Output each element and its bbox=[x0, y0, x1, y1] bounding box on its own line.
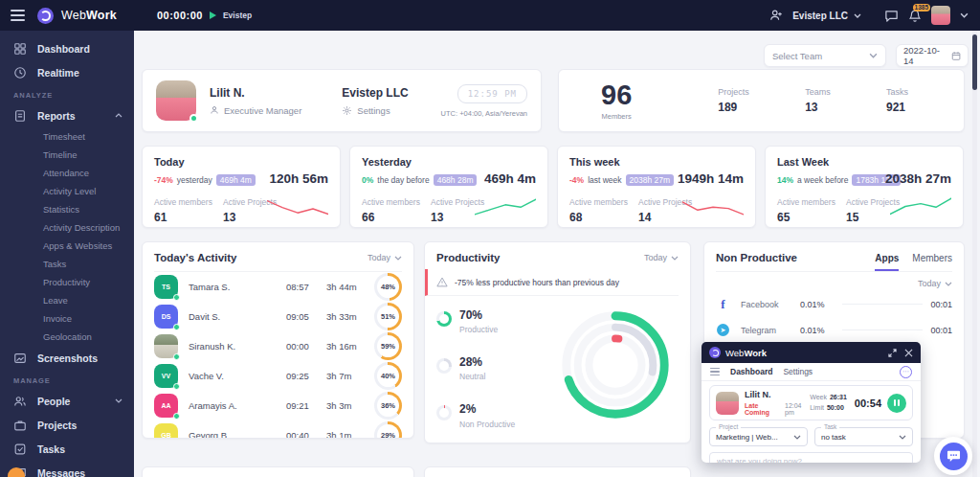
user-avatar[interactable] bbox=[931, 6, 950, 25]
card-title: Productivity bbox=[436, 252, 500, 263]
summary-card: 96 Members Projects 189 Teams 13 Tasks 9… bbox=[558, 69, 965, 132]
sidebar-item-tasks-report[interactable]: Tasks bbox=[0, 255, 134, 273]
pause-button[interactable] bbox=[887, 394, 906, 413]
sidebar-item-timesheet[interactable]: Timesheet bbox=[0, 127, 134, 146]
dashboard-icon bbox=[13, 42, 27, 56]
productive-ring-icon bbox=[436, 311, 452, 327]
sidebar-item-realtime[interactable]: Realtime bbox=[0, 60, 134, 84]
productivity-stat-productive: 70%Productive bbox=[436, 309, 551, 334]
sidebar-item-projects[interactable]: Projects bbox=[0, 413, 134, 437]
member-avatar bbox=[154, 334, 178, 358]
timezone-label: UTC: +04:00, Asia/Yerevan bbox=[441, 109, 527, 118]
sidebar-item-leave[interactable]: Leave bbox=[0, 291, 134, 309]
chevron-down-icon bbox=[869, 53, 878, 58]
sidebar-item-activity-level[interactable]: Activity Level bbox=[0, 182, 134, 200]
summary-projects: Projects 189 bbox=[718, 87, 749, 114]
productivity-donut-chart bbox=[554, 304, 677, 426]
activity-period-filter[interactable]: Today bbox=[368, 253, 402, 262]
member-avatar: GB bbox=[154, 423, 178, 439]
brand-name: WebWork bbox=[61, 9, 117, 22]
person-icon bbox=[210, 105, 219, 115]
nonproductive-period-filter[interactable]: Today bbox=[918, 279, 952, 288]
partial-card bbox=[424, 466, 691, 477]
activity-row[interactable]: DS Davit S. 09:05 3h 33m 51% bbox=[154, 302, 402, 331]
sidebar-item-screenshots[interactable]: Screenshots bbox=[0, 346, 134, 370]
tab-apps[interactable]: Apps bbox=[875, 253, 899, 271]
close-icon[interactable] bbox=[904, 349, 913, 357]
expand-icon[interactable] bbox=[888, 349, 897, 357]
company-selector[interactable]: Evistep LLC bbox=[792, 11, 861, 21]
summary-tasks: Tasks 921 bbox=[886, 87, 908, 114]
sidebar-item-apps-websites[interactable]: Apps & Websites bbox=[0, 237, 134, 255]
menu-icon[interactable] bbox=[11, 7, 25, 24]
support-chat-launcher[interactable] bbox=[934, 437, 972, 475]
facebook-icon: f bbox=[721, 297, 724, 312]
stat-card-today: Today -74% yesterday 469h 4m 120h 56m Ac… bbox=[142, 146, 341, 228]
activity-percent-ring: 51% bbox=[374, 303, 402, 330]
clock-display: 12:59 PM bbox=[457, 84, 527, 103]
date-picker[interactable]: 2022-10-14 bbox=[896, 44, 969, 67]
scrollbar-thumb[interactable] bbox=[972, 34, 977, 90]
sidebar-item-reports[interactable]: Reports bbox=[0, 103, 134, 127]
sidebar-item-tasks[interactable]: Tasks bbox=[0, 437, 134, 461]
tab-members[interactable]: Members bbox=[912, 253, 952, 271]
widget-user-name: Lilit N. bbox=[745, 390, 810, 399]
project-select[interactable]: Project Marketing | Web... bbox=[709, 427, 808, 446]
sidebar-item-activity-description[interactable]: Activity Description bbox=[0, 218, 134, 237]
tracked-time-value: 1949h 14m bbox=[678, 171, 744, 186]
widget-tab-settings[interactable]: Settings bbox=[783, 367, 813, 376]
productivity-stat-neutral: 28%Neutral bbox=[436, 356, 551, 381]
stat-card-last-week: Last Week 14% a week before 1783h 13m 20… bbox=[765, 146, 964, 228]
members-count: 96 bbox=[601, 81, 632, 109]
task-select[interactable]: Task no task bbox=[814, 427, 913, 446]
activity-row[interactable]: TS Tamara S. 08:57 3h 44m 48% bbox=[154, 272, 402, 302]
activity-row[interactable]: AA Aramayis A. 09:21 3h 3m 36% bbox=[154, 391, 402, 420]
widget-tab-dashboard[interactable]: Dashboard bbox=[730, 367, 772, 376]
nonproductive-row[interactable]: f Facebook 0.01% 00:01 bbox=[716, 292, 952, 316]
gear-icon bbox=[342, 105, 352, 116]
topbar: WebWork 00:00:00 Evistep Evistep LLC 138… bbox=[0, 0, 980, 31]
notifications-bell-icon[interactable]: 1385 bbox=[908, 9, 922, 23]
productivity-alert: -75% less productive hours than previous… bbox=[425, 269, 679, 296]
card-title: Today's Activity bbox=[154, 252, 236, 263]
activity-percent-ring: 29% bbox=[374, 421, 402, 439]
sidebar-item-geolocation[interactable]: Geolocation bbox=[0, 328, 134, 346]
task-check-icon bbox=[13, 443, 27, 456]
productivity-period-filter[interactable]: Today bbox=[644, 253, 679, 262]
sidebar-item-attendance[interactable]: Attendance bbox=[0, 164, 134, 182]
stat-card-yesterday: Yesterday 0% the day before 468h 28m 469… bbox=[349, 146, 548, 228]
chevron-down-icon bbox=[394, 256, 402, 261]
activity-row[interactable]: GB Gevorg B. 00:40 3h 1m 29% bbox=[154, 420, 402, 439]
image-icon bbox=[13, 352, 27, 365]
sidebar-item-productivity[interactable]: Productivity bbox=[0, 273, 134, 291]
sparkline-chart bbox=[890, 194, 951, 217]
nonproductive-row[interactable]: ➤ Telegram 0.01% 00:01 bbox=[716, 318, 952, 342]
sidebar-item-invoice[interactable]: Invoice bbox=[0, 309, 134, 328]
sidebar-item-timeline[interactable]: Timeline bbox=[0, 146, 134, 164]
activity-row[interactable]: VV Vache V. 09:25 3h 7m 40% bbox=[154, 361, 402, 391]
productivity-card: Productivity Today -75% less productive … bbox=[424, 241, 691, 443]
widget-chat-icon[interactable]: ⋯ bbox=[900, 366, 912, 378]
settings-link[interactable]: Settings bbox=[357, 105, 390, 116]
widget-menu-icon[interactable] bbox=[710, 366, 720, 378]
change-percent: 0% bbox=[362, 175, 373, 185]
profile-chevron-down-icon[interactable] bbox=[960, 12, 969, 18]
team-select[interactable]: Select Team bbox=[764, 44, 886, 67]
change-percent: -4% bbox=[569, 175, 584, 185]
sidebar-item-statistics[interactable]: Statistics bbox=[0, 200, 134, 218]
member-avatar: AA bbox=[154, 394, 178, 418]
summary-teams: Teams 13 bbox=[805, 87, 831, 114]
play-icon[interactable] bbox=[210, 11, 216, 19]
messages-icon[interactable] bbox=[884, 9, 899, 23]
scrollbar-track[interactable] bbox=[972, 31, 977, 477]
chevron-down-icon bbox=[945, 282, 952, 286]
sidebar-section-manage: MANAGE bbox=[0, 370, 134, 389]
sidebar-item-people[interactable]: People bbox=[0, 389, 134, 413]
sidebar-item-dashboard[interactable]: Dashboard bbox=[0, 36, 134, 60]
global-timer[interactable]: 00:00:00 Evistep bbox=[157, 10, 252, 21]
change-percent: 14% bbox=[777, 175, 793, 185]
chevron-down-icon bbox=[854, 13, 861, 18]
activity-memo-input[interactable] bbox=[709, 452, 913, 463]
user-switch-icon[interactable] bbox=[769, 9, 783, 22]
activity-row[interactable]: Siranush K. 00:00 3h 16m 59% bbox=[154, 331, 402, 361]
